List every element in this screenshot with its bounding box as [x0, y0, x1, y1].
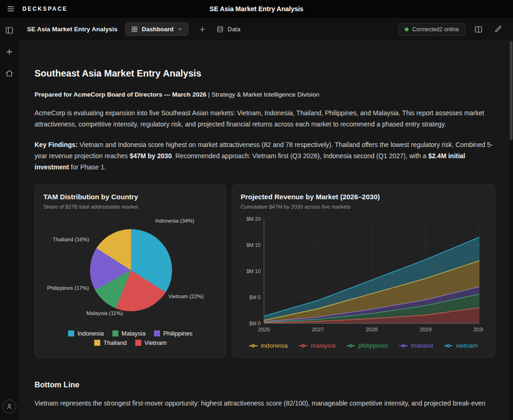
bottom-line-heading: Bottom Line [35, 380, 495, 389]
legend-label: Vietnam [145, 339, 166, 346]
revenue-area-card: Projected Revenue by Market (2026–2030) … [232, 184, 495, 358]
legend-item-thailand[interactable]: thailand [399, 342, 433, 349]
byline: Prepared for AcmeCorp Board of Directors… [35, 91, 495, 98]
x-tick-label: 2028 [366, 327, 378, 332]
connection-status[interactable]: Connected2 online [398, 23, 465, 35]
view-selector-dashboard[interactable]: Dashboard [125, 22, 188, 36]
data-button[interactable]: Data [216, 26, 240, 33]
pie-card-subtitle: Share of $37B total addressable market [43, 204, 217, 210]
marker-dot [349, 344, 353, 347]
legend-item-philippines[interactable]: philippines [347, 342, 388, 349]
y-tick-label: $M 10 [246, 268, 261, 274]
grid-icon [131, 26, 138, 33]
toolbar: SE Asia Market Entry Analysis Dashboard … [19, 18, 513, 41]
y-tick-label: $M 5 [250, 294, 261, 300]
area-chart-wrap: $M 0$M 5$M 10$M 15$M 2020262027202820292… [241, 214, 486, 337]
pie-card-title: TAM Distribution by Country [43, 193, 217, 201]
vertical-scrollbar[interactable] [509, 41, 513, 420]
legend-label: Thailand [104, 339, 127, 346]
scrollbar-thumb[interactable] [510, 41, 513, 140]
toolbar-right: Connected2 online [398, 23, 505, 36]
key-findings-paragraph: Key Findings: Vietnam and Indonesia scor… [35, 139, 494, 173]
pie-callout-vietnam: Vietnam (22%) [168, 294, 204, 299]
rail-bottom [2, 399, 16, 413]
x-tick-label: 2029 [420, 327, 432, 332]
legend-item-malaysia[interactable]: malaysia [299, 342, 335, 349]
legend-item-malaysia[interactable]: Malaysia [112, 330, 146, 337]
left-rail [0, 18, 19, 420]
marker-dot [302, 344, 305, 347]
sidebar-panel-icon[interactable] [4, 25, 14, 35]
y-tick-label: $M 15 [246, 242, 261, 248]
revenue-area-chart: $M 0$M 5$M 10$M 15$M 2020262027202820292… [241, 214, 483, 336]
line-marker-icon [399, 345, 408, 346]
legend-label: philippines [358, 342, 388, 349]
add-page-icon[interactable] [4, 47, 14, 57]
line-marker-icon [299, 345, 307, 346]
legend-swatch [135, 340, 141, 346]
legend-item-philippines[interactable]: Philippines [154, 330, 193, 337]
connection-status-label: Connected2 online [412, 26, 459, 33]
legend-label: vietnam [456, 342, 478, 349]
chevron-down-icon [177, 27, 182, 32]
chart-cards-row: TAM Distribution by Country Share of $37… [35, 184, 495, 358]
pie-callout-thailand: Thailand (16%) [53, 237, 89, 242]
pie-callout-philippines: Philippines (17%) [47, 285, 89, 291]
marker-dot [447, 344, 450, 347]
pie-legend: IndonesiaMalaysiaPhilippinesThailandViet… [43, 330, 217, 346]
pie-callout-malaysia: Malaysia (11%) [86, 310, 123, 316]
y-tick-label: $M 20 [246, 216, 261, 222]
line-marker-icon [249, 345, 257, 346]
data-button-label: Data [228, 26, 240, 33]
legend-label: thailand [411, 342, 433, 349]
edit-pencil-button[interactable] [492, 23, 505, 36]
app-brand: DECKSPACE [22, 6, 68, 12]
online-status-dot [405, 28, 409, 31]
area-card-title: Projected Revenue by Market (2026–2030) [241, 193, 486, 201]
home-icon[interactable] [4, 68, 14, 78]
legend-label: Malaysia [122, 330, 146, 337]
page-title: Southeast Asia Market Entry Analysis [35, 68, 495, 79]
database-icon [216, 26, 224, 33]
legend-item-thailand[interactable]: Thailand [94, 339, 127, 346]
area-card-subtitle: Cumulative $47M by 2030 across five mark… [241, 204, 486, 210]
legend-label: Philippines [163, 330, 193, 337]
view-selector-label: Dashboard [142, 26, 173, 33]
area-legend: indonesiamalaysiaphilippinesthailandviet… [241, 342, 486, 349]
line-marker-icon [347, 345, 355, 346]
intro-paragraph: AcmeCorp is evaluating expansion into fi… [35, 107, 494, 130]
document-title: SE Asia Market Entry Analysis [27, 26, 118, 33]
x-tick-label: 2030 [473, 327, 483, 332]
legend-label: malaysia [311, 342, 335, 349]
pie-callout-indonesia: Indonesia (34%) [155, 218, 194, 224]
user-avatar[interactable] [2, 399, 16, 413]
pie-legend-row: ThailandVietnam [94, 339, 166, 346]
pie-legend-row: IndonesiaMalaysiaPhilippines [68, 330, 193, 337]
document-canvas: Southeast Asia Market Entry Analysis Pre… [19, 41, 509, 420]
legend-label: indonesia [261, 342, 288, 349]
legend-item-indonesia[interactable]: indonesia [249, 342, 288, 349]
hamburger-menu-icon[interactable] [7, 5, 15, 13]
legend-item-vietnam[interactable]: vietnam [444, 342, 478, 349]
bottom-line-paragraph: Vietnam represents the strongest first-m… [35, 398, 494, 409]
window-title: SE Asia Market Entry Analysis [137, 5, 376, 13]
marker-dot [402, 344, 405, 347]
y-tick-label: $M 0 [250, 321, 261, 326]
legend-label: Indonesia [77, 330, 104, 337]
x-tick-label: 2027 [312, 327, 324, 332]
legend-swatch [68, 330, 74, 336]
legend-swatch [112, 330, 118, 336]
app-window: DECKSPACE SE Asia Market Entry Analysis … [0, 0, 513, 420]
topbar-left: DECKSPACE [7, 5, 137, 13]
line-marker-icon [444, 345, 452, 346]
topbar: DECKSPACE SE Asia Market Entry Analysis [0, 0, 513, 18]
legend-swatch [94, 340, 100, 346]
legend-item-vietnam[interactable]: Vietnam [135, 339, 166, 346]
legend-swatch [154, 330, 160, 336]
legend-item-indonesia[interactable]: Indonesia [68, 330, 104, 337]
pie-plot-area: Indonesia (34%) Thailand (16%) Philippin… [43, 211, 217, 327]
tam-pie-card: TAM Distribution by Country Share of $37… [35, 184, 226, 358]
add-view-button[interactable] [196, 23, 209, 36]
layout-columns-button[interactable] [472, 23, 485, 36]
tam-pie [90, 229, 172, 311]
